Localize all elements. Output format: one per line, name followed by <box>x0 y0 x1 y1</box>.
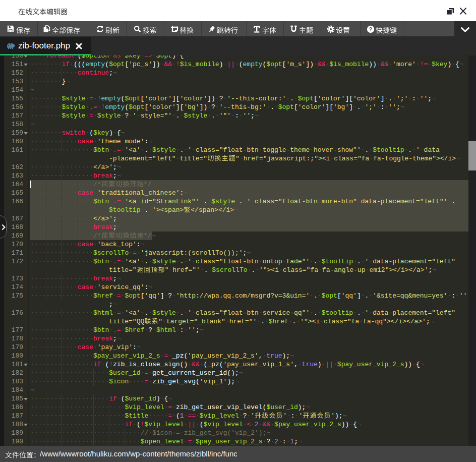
svg-text:?: ? <box>369 26 372 32</box>
